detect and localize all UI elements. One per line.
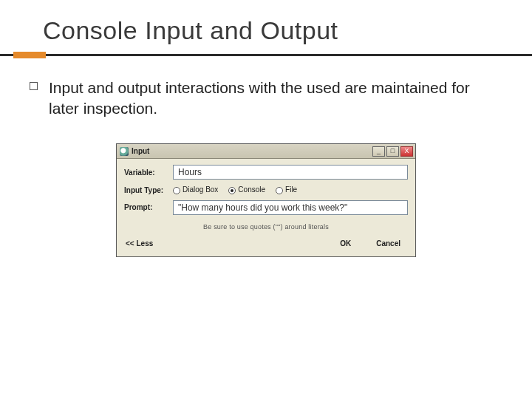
radio-label: Dialog Box <box>183 185 218 194</box>
minimize-button[interactable]: _ <box>372 146 385 157</box>
prompt-label: Prompt: <box>124 203 173 211</box>
titlebar: Input _ □ X <box>117 144 415 159</box>
input-dialog: Input _ □ X Variable: Input Type: Dialog… <box>116 143 416 256</box>
app-icon <box>120 147 129 156</box>
variable-label: Variable: <box>124 168 173 177</box>
input-type-row: Input Type: Dialog Box Console File <box>124 185 408 194</box>
radio-console[interactable]: Console <box>228 185 265 194</box>
slide-title: Console Input and Output <box>0 0 532 54</box>
less-button[interactable]: << Less <box>126 239 153 248</box>
prompt-input[interactable] <box>173 200 408 215</box>
input-type-radios: Dialog Box Console File <box>173 185 297 194</box>
radio-label: Console <box>238 185 265 194</box>
maximize-button[interactable]: □ <box>386 146 399 157</box>
hint-text: Be sure to use quotes ("") around litera… <box>124 221 408 235</box>
close-button[interactable]: X <box>400 146 413 157</box>
prompt-row: Prompt: <box>124 200 408 215</box>
window-controls: _ □ X <box>372 146 413 157</box>
bullet-marker-icon <box>30 82 38 90</box>
radio-icon <box>228 187 236 194</box>
bullet-item: Input and output interactions with the u… <box>0 78 532 118</box>
radio-dialog-box[interactable]: Dialog Box <box>173 185 218 194</box>
accent-bar <box>13 52 46 58</box>
ok-button[interactable]: OK <box>334 238 357 249</box>
radio-label: File <box>285 185 297 194</box>
dialog-body: Variable: Input Type: Dialog Box Console… <box>117 159 415 256</box>
button-row: << Less OK Cancel <box>124 235 408 250</box>
radio-file[interactable]: File <box>276 185 297 194</box>
radio-icon <box>276 187 283 194</box>
input-type-label: Input Type: <box>124 186 173 194</box>
variable-input[interactable] <box>173 165 408 180</box>
radio-icon <box>173 187 180 194</box>
title-rule <box>0 54 532 61</box>
bullet-text: Input and output interactions with the u… <box>49 79 470 117</box>
cancel-button[interactable]: Cancel <box>370 238 406 249</box>
variable-row: Variable: <box>124 165 408 180</box>
dialog-title: Input <box>132 147 372 155</box>
